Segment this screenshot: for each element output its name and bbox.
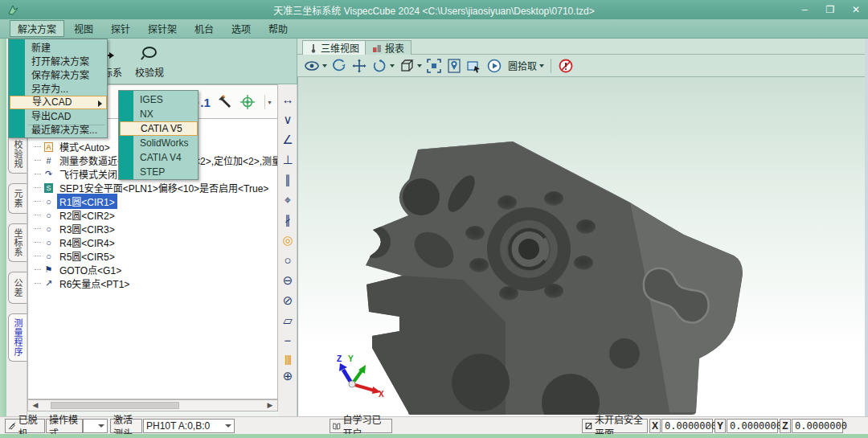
toolbar-overflow-button[interactable]: ▾ bbox=[264, 95, 274, 109]
gauge-check-button[interactable]: 校验规 bbox=[130, 43, 169, 80]
tab-3d-view-label: 三维视图 bbox=[321, 41, 359, 55]
menu-item-recent-solutions[interactable]: 最近解决方案... bbox=[10, 124, 107, 137]
circle-feature-icon: ○ bbox=[43, 252, 55, 261]
chevron-down-icon bbox=[225, 424, 231, 428]
cube-icon[interactable] bbox=[399, 58, 415, 74]
tab-tolerance[interactable]: 公差 bbox=[8, 272, 27, 304]
rotate-icon[interactable] bbox=[371, 58, 387, 74]
menu-item-save-as[interactable]: 另存为... bbox=[10, 83, 107, 96]
flatness-icon[interactable]: ▱ bbox=[278, 312, 297, 330]
operation-mode-select[interactable] bbox=[83, 419, 108, 433]
mode-icon: A bbox=[44, 142, 53, 152]
cube-dropdown-icon[interactable] bbox=[417, 64, 422, 68]
pan-icon[interactable] bbox=[351, 58, 367, 74]
eye-dropdown-icon[interactable] bbox=[322, 64, 327, 68]
straightness-icon[interactable]: − bbox=[278, 332, 297, 350]
close-button[interactable]: ✕ bbox=[849, 4, 863, 15]
non-parallel-icon[interactable]: ∦ bbox=[278, 211, 297, 229]
scroll-right-icon[interactable]: ▶ bbox=[264, 401, 276, 410]
angle-between-icon[interactable]: ∠ bbox=[278, 131, 297, 149]
play-icon[interactable] bbox=[486, 58, 502, 74]
active-probe-label: 激活测头 bbox=[110, 419, 142, 433]
symmetry-icon[interactable]: ⊖ bbox=[278, 272, 297, 289]
active-probe-select[interactable]: PH10T A:0,B:0 bbox=[143, 419, 235, 433]
submenu-item-solidworks[interactable]: SolidWorks bbox=[120, 136, 198, 150]
roundness-icon[interactable]: ○ bbox=[278, 252, 297, 269]
viewport-3d[interactable]: Z Y X bbox=[297, 77, 865, 416]
fit-view-icon[interactable] bbox=[426, 58, 442, 74]
operation-mode-label: 操作模式 bbox=[46, 419, 83, 433]
menu-solution[interactable]: 解决方案 bbox=[10, 20, 64, 37]
menu-item-save-solution[interactable]: 保存解决方案 bbox=[10, 69, 107, 83]
tree-horizontal-scrollbar[interactable]: ◀ ▶ bbox=[27, 399, 278, 411]
parallelism-icon[interactable]: ∥ bbox=[278, 171, 297, 189]
locate-pin-icon[interactable] bbox=[446, 58, 462, 74]
tab-report[interactable]: 报表 bbox=[365, 40, 411, 55]
view-tab-strip: 三维视图 报表 bbox=[297, 39, 865, 55]
tab-measure-program[interactable]: 测量程序 bbox=[8, 313, 27, 362]
rotate-dropdown-icon[interactable] bbox=[390, 64, 395, 68]
scroll-left-icon[interactable]: ◀ bbox=[30, 401, 41, 410]
emergency-stop-icon[interactable] bbox=[558, 58, 574, 74]
menu-item-export-cad[interactable]: 导出CAD bbox=[10, 110, 107, 124]
menu-item-new[interactable]: 新建 bbox=[10, 42, 107, 55]
z-axis-label: Z bbox=[780, 419, 791, 433]
menu-help[interactable]: 帮助 bbox=[260, 20, 296, 37]
axis-x-label: X bbox=[379, 390, 384, 399]
distance-icon[interactable]: ↔ bbox=[278, 91, 297, 108]
y-axis-label: Y bbox=[714, 419, 726, 433]
menu-options[interactable]: 选项 bbox=[223, 20, 259, 37]
restore-button[interactable]: ❐ bbox=[823, 4, 837, 15]
line-profile-icon[interactable]: ||| bbox=[278, 350, 297, 367]
scrollbar-thumb[interactable] bbox=[51, 402, 179, 409]
submenu-item-nx[interactable]: NX bbox=[120, 107, 198, 121]
menu-probe-rack[interactable]: 探针架 bbox=[140, 20, 185, 37]
concentricity-icon[interactable]: ◎ bbox=[278, 231, 297, 249]
menu-view[interactable]: 视图 bbox=[66, 20, 101, 37]
gauge-check-label: 校验规 bbox=[135, 65, 164, 79]
circle-feature-icon: ○ bbox=[43, 211, 55, 220]
x-coordinate-value: 0.0000000 bbox=[661, 419, 713, 433]
submenu-item-catia-v4[interactable]: CATIA V4 bbox=[120, 150, 198, 165]
hammer-icon[interactable] bbox=[215, 92, 235, 113]
safety-plane-status[interactable]: 未开启安全平面 bbox=[582, 419, 648, 433]
circle-feature-icon: ○ bbox=[43, 224, 55, 234]
no-safety-plane-icon bbox=[585, 421, 592, 431]
axis-y-label: Y bbox=[348, 354, 354, 363]
menu-item-open-solution[interactable]: 打开解决方案 bbox=[10, 55, 107, 69]
title-bar: 天准三坐标系统 VispecCube 2024 <C:\Users\jiaosi… bbox=[0, 0, 868, 19]
z-coordinate-value: 0.0000000 bbox=[792, 419, 843, 433]
menu-probe[interactable]: 探针 bbox=[103, 20, 138, 37]
minimize-button[interactable]: – bbox=[797, 4, 812, 15]
window-select-icon[interactable] bbox=[466, 58, 482, 74]
orbit-icon[interactable] bbox=[331, 58, 347, 74]
cad-model[interactable]: Z Y X bbox=[298, 77, 866, 416]
menu-bar: 解决方案 视图 探针 探针架 机台 选项 帮助 bbox=[0, 19, 868, 39]
app-window: 天准三坐标系统 VispecCube 2024 <C:\Users\jiaosi… bbox=[0, 0, 868, 438]
perpendicularity-icon[interactable]: ⊥ bbox=[278, 151, 297, 169]
menu-item-import-cad[interactable]: 导入CAD bbox=[10, 96, 107, 109]
angle-v-icon[interactable]: ∨ bbox=[278, 111, 297, 129]
window-left-border bbox=[0, 39, 6, 416]
submenu-item-iges[interactable]: IGES bbox=[120, 92, 198, 107]
tab-gauge[interactable]: 校验规 bbox=[8, 135, 27, 174]
submenu-item-step[interactable]: STEP bbox=[120, 165, 198, 179]
self-learn-status[interactable]: 自学习已开启 bbox=[330, 419, 392, 433]
circle-pick-label[interactable]: 圆拾取 bbox=[508, 59, 537, 72]
tab-3d-view[interactable]: 三维视图 bbox=[302, 40, 366, 55]
solution-menu-dropdown: 新建 打开解决方案 保存解决方案 另存为... 导入CAD 导出CAD 最近解决… bbox=[8, 39, 108, 138]
position-icon[interactable]: ⌖ bbox=[278, 191, 297, 209]
tab-elements[interactable]: 元素 bbox=[8, 183, 27, 214]
offline-icon bbox=[8, 421, 16, 431]
circle-pick-dropdown-icon[interactable] bbox=[539, 64, 544, 68]
target-align-icon[interactable] bbox=[237, 92, 258, 113]
menu-machine[interactable]: 机台 bbox=[186, 20, 222, 37]
submenu-item-catia-v5[interactable]: CATIA V5 bbox=[120, 121, 198, 136]
tab-coordinate-system[interactable]: 坐标系 bbox=[8, 223, 27, 262]
true-position-icon[interactable]: ⊕ bbox=[278, 367, 297, 385]
axis-z-label: Z bbox=[337, 354, 342, 363]
coordinate-triad: Z Y X bbox=[337, 354, 384, 399]
runout-icon[interactable]: ⊘ bbox=[278, 292, 297, 309]
tree-item-label[interactable]: R6矢量点<PT1> bbox=[57, 276, 132, 291]
eye-icon[interactable] bbox=[304, 58, 320, 74]
